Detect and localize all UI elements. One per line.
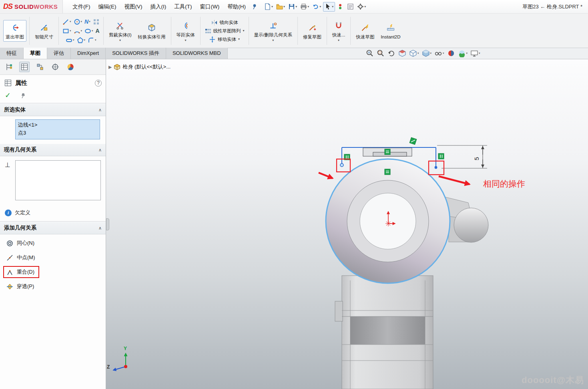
undo-icon[interactable]: ▾ bbox=[311, 2, 322, 12]
polygon-tool-icon[interactable]: ▾ bbox=[76, 36, 86, 44]
move-entities-button[interactable]: 移动实体 ▾ bbox=[208, 36, 241, 43]
axis-z-label: Z bbox=[107, 364, 110, 370]
previous-view-icon[interactable] bbox=[387, 49, 396, 58]
featuremanager-tab-icon[interactable] bbox=[4, 62, 14, 72]
pierce-icon bbox=[6, 282, 14, 290]
expand-tree-icon[interactable]: ▶ bbox=[108, 64, 112, 70]
relation-option-coincident[interactable]: 重合(D) bbox=[3, 266, 39, 278]
linear-pattern-icon bbox=[205, 28, 211, 34]
relation-option-midpoint[interactable]: 中点(M) bbox=[3, 252, 40, 264]
pin-menu-icon[interactable] bbox=[250, 2, 259, 12]
menu-window[interactable]: 窗口(W) bbox=[196, 0, 224, 13]
apply-scene-icon[interactable]: ▾ bbox=[457, 49, 469, 58]
menu-view[interactable]: 视图(V) bbox=[120, 0, 146, 13]
tab-features[interactable]: 特征 bbox=[0, 48, 24, 59]
existing-relations-list[interactable] bbox=[15, 160, 101, 200]
displaymanager-tab-icon[interactable] bbox=[66, 62, 75, 72]
repair-sketch-button[interactable]: 修复草图 bbox=[301, 20, 324, 41]
display-delete-relations-button[interactable]: 显示/删除几何关系 ▾ bbox=[252, 18, 295, 43]
graphics-area[interactable]: ▶ 枪身 (默认<<默认>... bbox=[106, 59, 588, 389]
open-document-icon[interactable]: ▾ bbox=[275, 2, 286, 12]
solidworks-logo: DS SOLIDWORKS bbox=[0, 0, 63, 13]
menu-tools[interactable]: 工具(T) bbox=[170, 0, 196, 13]
slot-tool-icon[interactable]: ▾ bbox=[65, 36, 75, 44]
configurationmanager-tab-icon[interactable] bbox=[35, 62, 45, 72]
dimxpertmanager-tab-icon[interactable] bbox=[50, 62, 60, 72]
existing-relations-section-header[interactable]: 现有几何关系 ∧ bbox=[0, 143, 106, 156]
mirror-entities-button[interactable]: 镜向实体 bbox=[210, 19, 239, 26]
help-icon[interactable]: ? bbox=[95, 80, 102, 87]
rapid-sketch-button[interactable]: 快速草图 bbox=[353, 20, 377, 41]
tab-mbd[interactable]: SOLIDWORKS MBD bbox=[166, 48, 228, 59]
keep-visible-pin-icon[interactable] bbox=[20, 92, 26, 99]
instant2d-button[interactable]: Instant2D bbox=[378, 20, 403, 41]
sketch-point-right[interactable] bbox=[435, 166, 437, 169]
perpendicular-relation-icon: ⊥ bbox=[5, 161, 10, 169]
relation-option-concentric[interactable]: 同心(N) bbox=[3, 237, 39, 249]
select-tool-icon[interactable]: ▾ bbox=[323, 2, 335, 12]
sketch-text-icon[interactable]: A bbox=[95, 27, 100, 35]
tab-addins[interactable]: SOLIDWORKS 插件 bbox=[106, 48, 166, 59]
ok-check-icon[interactable]: ✓ bbox=[5, 91, 11, 100]
trim-entities-button[interactable]: 剪裁实体(I) ▾ bbox=[106, 18, 134, 43]
arc-tool-icon[interactable]: ▾ bbox=[73, 27, 83, 35]
line-tool-icon[interactable]: ▾ bbox=[62, 18, 72, 26]
annotation-arrow-left bbox=[319, 173, 333, 178]
selected-entity-item[interactable]: 边线<1> bbox=[18, 121, 97, 129]
notification-lights-icon[interactable] bbox=[336, 2, 345, 12]
property-manager-panel: 属性 ? ✓ 所选实体 ∧ 边线<1> 点3 现有几何关系 ∧ ⊥ bbox=[0, 59, 106, 389]
dimension-5[interactable]: 5 bbox=[437, 145, 487, 168]
zoom-fit-icon[interactable] bbox=[365, 49, 375, 58]
section-view-icon[interactable] bbox=[397, 49, 407, 58]
tab-sketch[interactable]: 草图 bbox=[24, 48, 47, 59]
offset-entities-button[interactable]: 等距实体 ▾ bbox=[174, 18, 197, 43]
smart-dimension-button[interactable]: 智能尺寸 bbox=[32, 20, 56, 41]
circle-tool-icon[interactable]: ▾ bbox=[73, 18, 83, 26]
rectangle-tool-icon[interactable]: ▾ bbox=[62, 27, 72, 35]
equal-relation-badge bbox=[385, 149, 390, 155]
panel-splitter-handle[interactable] bbox=[106, 218, 109, 230]
view-orientation-icon[interactable]: ▾ bbox=[408, 49, 420, 58]
print-icon[interactable]: ▾ bbox=[299, 2, 310, 12]
edit-appearance-icon[interactable] bbox=[446, 49, 456, 58]
menu-edit[interactable]: 编辑(E) bbox=[94, 0, 120, 13]
menu-insert[interactable]: 插入(I) bbox=[146, 0, 171, 13]
menu-file[interactable]: 文件(F) bbox=[68, 0, 94, 13]
task-pane-icon[interactable] bbox=[346, 2, 355, 12]
exit-sketch-button[interactable]: 退出草图 bbox=[3, 20, 26, 41]
zoom-area-icon[interactable] bbox=[376, 49, 385, 58]
selected-entities-section-header[interactable]: 所选实体 ∧ bbox=[0, 103, 106, 116]
sketch-pattern-icon[interactable] bbox=[92, 18, 100, 26]
options-gear-icon[interactable]: ▾ bbox=[356, 2, 367, 12]
hide-show-items-icon[interactable]: ▾ bbox=[433, 49, 445, 58]
fillet-tool-icon[interactable]: ▾ bbox=[87, 36, 97, 44]
ellipse-tool-icon[interactable]: ▾ bbox=[84, 27, 94, 35]
annotation-arrow-right bbox=[439, 176, 470, 184]
mirror-entities-icon bbox=[211, 19, 218, 26]
dimension-value: 5 bbox=[473, 157, 480, 160]
quick-snaps-button[interactable]: 快速... ▾ bbox=[330, 18, 348, 43]
tab-evaluate[interactable]: 评估 bbox=[47, 48, 71, 59]
display-style-icon[interactable]: ▾ bbox=[421, 49, 433, 58]
linear-pattern-button[interactable]: 线性草图阵列 ▾ bbox=[203, 27, 246, 35]
menubar: DS SOLIDWORKS 文件(F) 编辑(E) 视图(V) 插入(I) 工具… bbox=[0, 0, 588, 14]
add-relations-section-header[interactable]: 添加几何关系 ∧ bbox=[0, 222, 106, 234]
move-entities-icon bbox=[209, 36, 216, 43]
graphics-viewport[interactable]: 5 相同的操作 Y Z bbox=[106, 59, 588, 389]
selected-entity-item[interactable]: 点3 bbox=[18, 129, 97, 137]
convert-entities-button[interactable]: 转换实体引用 bbox=[136, 20, 168, 41]
view-settings-icon[interactable]: ▾ bbox=[470, 49, 481, 58]
propertymanager-tab-icon[interactable] bbox=[19, 62, 30, 72]
tab-dimxpert[interactable]: DimXpert bbox=[71, 48, 106, 59]
sketch-point-left[interactable] bbox=[340, 163, 343, 167]
new-document-icon[interactable]: ▾ bbox=[263, 2, 274, 12]
spline-tool-icon[interactable]: N▾ bbox=[84, 18, 91, 26]
save-icon[interactable]: ▾ bbox=[287, 2, 298, 12]
relation-option-pierce[interactable]: 穿透(P) bbox=[3, 280, 39, 292]
vertical-relation-badge bbox=[438, 153, 444, 159]
menu-help[interactable]: 帮助(H) bbox=[223, 0, 250, 13]
collapse-chevron-icon: ∧ bbox=[98, 107, 102, 113]
selected-entities-list[interactable]: 边线<1> 点3 bbox=[15, 119, 100, 139]
feature-tree-breadcrumb[interactable]: ▶ 枪身 (默认<<默认>... bbox=[108, 63, 171, 71]
commandmanager-tabbar: 特征 草图 评估 DimXpert SOLIDWORKS 插件 SOLIDWOR… bbox=[0, 48, 588, 59]
